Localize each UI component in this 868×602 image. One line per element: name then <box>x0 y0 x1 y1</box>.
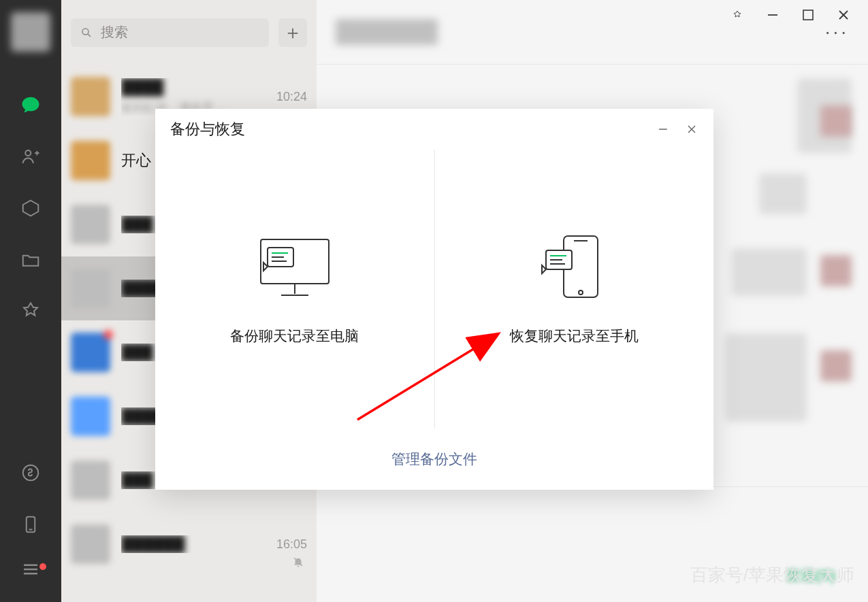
phone-icon[interactable] <box>19 513 42 536</box>
backup-label: 备份聊天记录至电脑 <box>230 327 359 346</box>
maximize-window-icon[interactable] <box>800 7 816 23</box>
chat-avatar <box>71 461 110 500</box>
search-placeholder: 搜索 <box>101 23 128 41</box>
manage-backup-files-link[interactable]: 管理备份文件 <box>391 450 477 469</box>
chat-time: 16:05 <box>276 537 307 552</box>
menu-icon[interactable] <box>19 565 42 588</box>
search-icon <box>80 27 93 39</box>
user-avatar[interactable] <box>11 12 50 52</box>
chat-time: 10:24 <box>276 90 307 104</box>
svg-line-8 <box>88 33 91 36</box>
svg-point-26 <box>579 290 583 295</box>
chat-avatar <box>71 333 110 372</box>
computer-icon <box>247 233 342 301</box>
chat-avatar <box>71 269 110 308</box>
chat-avatar <box>71 141 110 180</box>
dialog-title: 备份与恢复 <box>170 119 245 139</box>
mute-icon <box>292 556 304 568</box>
restore-label: 恢复聊天记录至手机 <box>510 327 639 346</box>
favorites-tab-icon[interactable] <box>19 197 42 220</box>
add-button[interactable]: ＋ <box>278 18 307 47</box>
watermark-text: 百家号/苹果恢复大师 <box>690 563 854 587</box>
chat-name <box>336 19 438 45</box>
search-input[interactable]: 搜索 <box>71 18 269 47</box>
chat-tab-icon[interactable] <box>19 93 42 116</box>
chat-avatar <box>71 77 110 116</box>
backup-restore-dialog: 备份与恢复 <box>155 109 713 490</box>
restore-to-phone-option[interactable]: 恢复聊天记录至手机 <box>434 150 714 429</box>
chat-avatar <box>71 205 110 244</box>
chat-avatar <box>71 524 110 564</box>
close-window-icon[interactable] <box>835 7 852 23</box>
files-tab-icon[interactable] <box>19 248 42 271</box>
unread-badge <box>103 330 113 339</box>
backup-to-computer-option[interactable]: 备份聊天记录至电脑 <box>155 150 434 429</box>
svg-point-0 <box>25 150 31 156</box>
pin-window-icon[interactable] <box>729 7 745 23</box>
chat-item[interactable]: ██████ 16:05 <box>61 512 317 576</box>
left-rail <box>0 0 61 602</box>
chat-avatar <box>71 397 110 436</box>
moments-tab-icon[interactable] <box>19 300 42 323</box>
minimize-window-icon[interactable] <box>765 7 781 23</box>
phone-device-icon <box>536 233 611 301</box>
svg-rect-11 <box>803 10 813 20</box>
svg-point-7 <box>82 29 89 35</box>
contacts-tab-icon[interactable] <box>19 145 42 168</box>
dialog-minimize-icon[interactable] <box>656 122 670 136</box>
dialog-close-icon[interactable] <box>685 122 698 136</box>
mini-programs-icon[interactable] <box>19 461 42 484</box>
